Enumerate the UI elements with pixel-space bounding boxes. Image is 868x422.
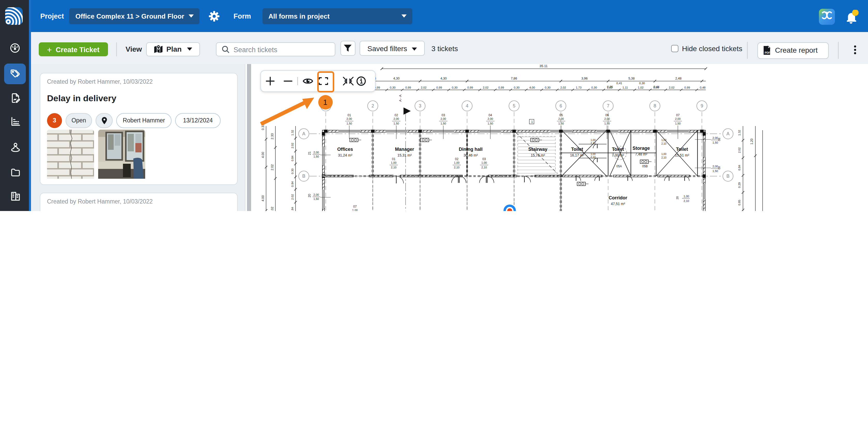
svg-text:3: 3 <box>419 103 421 108</box>
svg-text:35.11: 35.11 <box>539 64 548 68</box>
svg-text:1,50: 1,50 <box>675 122 680 125</box>
svg-text:4,30: 4,30 <box>440 77 447 80</box>
svg-text:2,00: 2,00 <box>346 117 352 120</box>
svg-text:2.02: 2.02 <box>291 194 294 200</box>
svg-text:1,73: 1,73 <box>576 86 582 89</box>
svg-text:2,10: 2,10 <box>591 156 596 159</box>
svg-text:0,30: 0,30 <box>390 86 396 89</box>
svg-text:02: 02 <box>395 113 398 117</box>
svg-text:A: A <box>302 131 305 136</box>
svg-text:B: B <box>726 173 730 179</box>
svg-text:1,50: 1,50 <box>712 141 718 144</box>
svg-text:1,02: 1,02 <box>638 86 644 89</box>
svg-text:05A: 05A <box>616 164 622 168</box>
svg-text:2,00: 2,00 <box>394 117 399 120</box>
svg-text:2.02: 2.02 <box>738 148 741 153</box>
svg-text:1,50: 1,50 <box>488 122 493 125</box>
svg-text:2.02: 2.02 <box>291 143 294 149</box>
svg-text:2,00: 2,00 <box>313 193 319 196</box>
svg-text:1,00: 1,00 <box>661 153 666 156</box>
svg-text:0,30: 0,30 <box>639 82 645 85</box>
svg-text:1.32: 1.32 <box>291 130 294 136</box>
svg-text:0,30: 0,30 <box>452 86 458 89</box>
svg-text:2,00: 2,00 <box>558 117 564 120</box>
svg-text:2,48: 2,48 <box>675 77 681 80</box>
svg-text:Corridor: Corridor <box>609 195 627 200</box>
svg-text:2,00: 2,00 <box>488 117 493 120</box>
svg-text:4,00: 4,00 <box>529 86 535 89</box>
svg-text:2,02: 2,02 <box>560 86 566 89</box>
svg-text:0.85: 0.85 <box>738 200 741 205</box>
svg-text:2,10: 2,10 <box>661 142 666 145</box>
svg-text:4.00: 4.00 <box>261 152 265 158</box>
svg-text:2,00: 2,00 <box>313 151 319 154</box>
svg-text:Toilet: Toilet <box>571 147 583 152</box>
svg-text:20: 20 <box>676 196 679 199</box>
svg-text:1,50: 1,50 <box>394 122 399 125</box>
svg-text:7,48 m²: 7,48 m² <box>635 152 647 156</box>
svg-text:PDF: PDF <box>765 51 770 54</box>
svg-text:2,02: 2,02 <box>483 86 489 89</box>
svg-text:0.84: 0.84 <box>738 165 741 170</box>
svg-text:06: 06 <box>605 113 609 117</box>
svg-text:0.84: 0.84 <box>291 156 294 161</box>
svg-text:1: 1 <box>531 120 533 124</box>
svg-text:07: 07 <box>676 113 680 117</box>
svg-text:1,50: 1,50 <box>346 122 352 125</box>
svg-text:2,00: 2,00 <box>675 117 680 120</box>
svg-text:07: 07 <box>353 205 357 208</box>
svg-text:08: 08 <box>718 138 721 141</box>
svg-text:B: B <box>302 173 305 179</box>
svg-text:7: 7 <box>607 103 610 108</box>
svg-text:1,50: 1,50 <box>712 169 718 172</box>
svg-text:Dining hall: Dining hall <box>459 147 483 152</box>
svg-text:Stairway: Stairway <box>528 147 548 152</box>
svg-text:31,24 m²: 31,24 m² <box>338 153 352 157</box>
svg-text:1,00: 1,00 <box>591 139 596 141</box>
svg-text:02: 02 <box>455 157 459 161</box>
svg-text:Storage: Storage <box>632 145 650 151</box>
svg-text:1,50: 1,50 <box>440 122 446 125</box>
svg-text:0.84: 0.84 <box>291 181 294 187</box>
svg-text:4,30: 4,30 <box>393 77 399 80</box>
svg-text:2,02: 2,02 <box>421 86 427 89</box>
svg-text:Manager: Manager <box>395 147 414 152</box>
svg-text:21: 21 <box>308 151 311 155</box>
svg-text:0,99: 0,99 <box>436 86 442 89</box>
svg-text:03: 03 <box>441 113 445 117</box>
svg-text:2.02: 2.02 <box>271 206 274 211</box>
svg-text:0,99: 0,99 <box>405 86 411 89</box>
svg-text:0,30: 0,30 <box>514 86 520 89</box>
svg-text:0,99: 0,99 <box>498 86 504 89</box>
svg-text:6: 6 <box>560 103 562 108</box>
svg-text:1,00: 1,00 <box>391 161 396 164</box>
svg-text:Toilet: Toilet <box>676 147 688 152</box>
svg-text:1,00: 1,00 <box>352 209 358 211</box>
svg-text:0.29: 0.29 <box>738 182 741 188</box>
svg-text:7,86: 7,86 <box>511 77 517 80</box>
svg-text:2,00: 2,00 <box>604 117 610 120</box>
svg-text:Toilet: Toilet <box>612 147 624 152</box>
svg-text:0,41: 0,41 <box>616 82 622 85</box>
svg-text:09: 09 <box>718 166 721 169</box>
svg-text:1.20: 1.20 <box>750 138 753 144</box>
svg-text:8: 8 <box>654 103 656 108</box>
svg-text:2,00: 2,00 <box>712 165 718 168</box>
svg-text:15,76 m²: 15,76 m² <box>531 153 545 157</box>
svg-text:2,00: 2,00 <box>440 117 446 120</box>
svg-text:05: 05 <box>559 113 563 117</box>
svg-text:1,00: 1,00 <box>454 161 459 164</box>
svg-text:2,10: 2,10 <box>661 156 666 159</box>
svg-text:15,51 m²: 15,51 m² <box>675 153 689 157</box>
svg-text:30,46 m²: 30,46 m² <box>463 153 478 157</box>
svg-text:1,50: 1,50 <box>604 122 610 125</box>
svg-text:47,51 m²: 47,51 m² <box>611 202 625 206</box>
svg-text:2,00: 2,00 <box>712 136 718 139</box>
svg-text:3,96: 3,96 <box>581 77 587 80</box>
svg-text:04: 04 <box>489 113 492 117</box>
svg-text:4: 4 <box>466 103 468 108</box>
svg-text:9: 9 <box>701 103 703 108</box>
svg-text:1,02: 1,02 <box>607 86 613 89</box>
svg-text:0,30: 0,30 <box>591 86 597 89</box>
svg-text:0,48: 0,48 <box>700 86 706 89</box>
